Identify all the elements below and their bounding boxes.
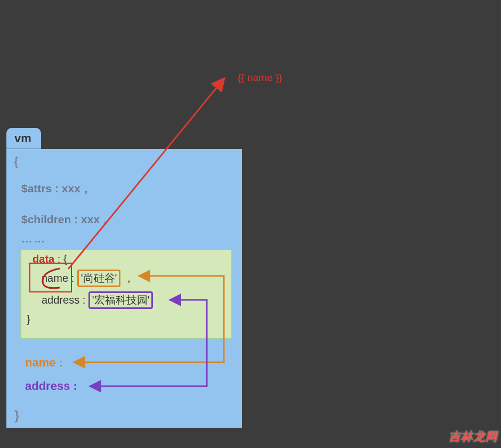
address-value-box: '宏福科技园' (88, 291, 153, 309)
ellipsis: …… (21, 232, 235, 245)
proxy-name-label: name : (25, 356, 63, 370)
name-key: name : (42, 272, 74, 284)
attrs-line: $attrs : xxx， (21, 178, 235, 199)
template-binding-text: {{ name }} (238, 72, 282, 84)
vm-tab-row: vm (6, 128, 41, 149)
name-line: name : '尚硅谷' ， (42, 270, 226, 287)
address-line: address : '宏福科技园' (42, 291, 226, 309)
vm-tab-label: vm (6, 128, 41, 149)
data-block: _data : { name : '尚硅谷' ， address : '宏福科技… (20, 249, 232, 339)
close-brace: } (14, 408, 19, 423)
name-value-box: '尚硅谷' (77, 270, 121, 287)
watermark-text: 吉林龙网 (449, 429, 498, 445)
address-key: address : (42, 294, 85, 306)
data-key: _data (27, 253, 54, 265)
data-close-brace: } (27, 313, 226, 325)
data-open: : { (54, 253, 67, 265)
open-brace: { (14, 154, 235, 168)
proxy-address-label: address : (25, 379, 77, 393)
name-comma: ， (120, 272, 134, 284)
children-line: $children : xxx， (21, 209, 235, 230)
